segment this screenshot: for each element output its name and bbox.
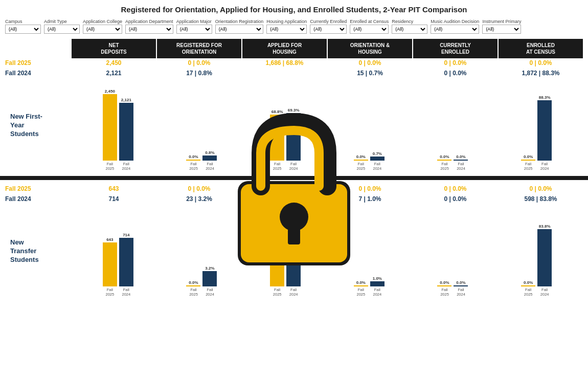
bar-label: Fall 2024 [119, 162, 133, 171]
data-cols-fall2025: 6430 | 0.0%0 | 0.0%0 | 0.0%0 | 0.0% [72, 184, 583, 193]
bar-wrap: 714 [119, 233, 133, 286]
bar-label-row: Fall 2025Fall 2024 [354, 287, 385, 297]
filter-label: Residency [392, 19, 427, 25]
filter-select[interactable]: (All) [44, 25, 80, 34]
bar-label-row: Fall 2025Fall 2024 [270, 287, 301, 297]
col-header: ORIENTATION &HOUSING [328, 39, 412, 58]
bar-group: 0.0%3.2% [186, 210, 217, 286]
data-cell: 0 | 0.0% [328, 184, 412, 193]
bar-value-top: 714 [123, 233, 129, 237]
filter-select[interactable]: (All) [350, 25, 389, 34]
bar-wrap: 3.2% [202, 266, 217, 286]
bar-value-top: 3.2% [205, 266, 214, 271]
filter-row: Campus(All)Admit Type(All)Application Co… [0, 17, 588, 36]
bar-value-top: 643 [106, 237, 113, 242]
bar-fall2024 [286, 113, 301, 161]
bar-label-row: Fall 2025Fall 2024 [521, 162, 552, 171]
col-header: APPLIED FORHOUSING [242, 39, 327, 58]
bar-wrap: 0.8% [202, 150, 217, 161]
bar-label: Fall 2025 [354, 162, 368, 171]
bar-wrap: 36.1% [286, 249, 301, 286]
bar-fall2024 [202, 271, 217, 286]
bar-label: Fall 2025 [437, 162, 451, 171]
filter-select[interactable]: (All) [266, 25, 307, 34]
bar-wrap: 0.0% [521, 154, 535, 161]
filter-select[interactable]: (All) [125, 25, 173, 34]
row-label-fall2024: Fall 2024 [5, 195, 72, 203]
bar-fall2025 [521, 285, 535, 286]
bar-value-top: 1.0% [373, 276, 382, 281]
filter-label: Application Major [176, 19, 212, 25]
filter-label: Application Department [125, 19, 173, 25]
bar-wrap: 1.0% [370, 276, 385, 286]
filter-select[interactable]: (All) [215, 25, 264, 34]
bar-wrap: 0.0% [437, 154, 451, 161]
filter-group: Admit Type(All) [44, 19, 80, 34]
bar-wrap: 69.3% [286, 108, 301, 161]
bar-label: Fall 2024 [370, 287, 385, 297]
filter-select[interactable]: (All) [392, 25, 427, 34]
bar-fall2025 [437, 285, 451, 286]
data-cell: 1,686 | 68.8% [242, 58, 327, 68]
bar-value-top: 2,450 [105, 89, 115, 94]
col-header: ENROLLEDAT CENSUS [499, 39, 583, 58]
data-cell: 0 | 0.0% [499, 184, 583, 193]
chart-cell: 0.0%0.0%Fall 2025Fall 2024 [412, 80, 494, 172]
bar-label: Fall 2024 [286, 287, 301, 297]
bar-group: 0.0%83.8% [521, 210, 552, 286]
filter-select[interactable]: (All) [310, 25, 347, 34]
filter-group: Music Audition Decision(All) [431, 19, 479, 34]
bar-label: Fall 2025 [103, 287, 117, 297]
data-cols-fall2025: 2,4500 | 0.0%1,686 | 68.8%0 | 0.0%0 | 0.… [72, 58, 583, 68]
bar-fall2025 [186, 285, 200, 286]
bar-label: Fall 2025 [270, 162, 284, 171]
col-header: REGISTERED FORORIENTATION [157, 39, 241, 58]
data-cols-fall2024: 2,12117 | 0.8%15 | 0.7%0 | 0.0%1,872 | 8… [72, 69, 583, 78]
row-label-fall2025: Fall 2025 [5, 59, 72, 66]
data-cell: 0 | 0.0% [157, 58, 241, 68]
bar-wrap: 83.8% [537, 224, 552, 286]
chart-cols: 2,4502,121Fall 2025Fall 20240.0%0.8%Fall… [77, 80, 578, 172]
bar-group: 68.8%69.3% [270, 84, 301, 161]
bar-value-top: 36.1% [288, 249, 300, 253]
bar-wrap: 0.0% [354, 154, 368, 161]
data-cell: 2,121 [72, 69, 156, 78]
chart-cell: 68.8%69.3%Fall 2025Fall 2024 [244, 80, 327, 172]
bar-value-top: 0.0% [440, 154, 449, 159]
bar-fall2024 [454, 285, 468, 286]
bar-fall2025 [521, 160, 535, 161]
bar-label-row: Fall 2025Fall 2024 [186, 287, 217, 297]
data-row-fall2024: Fall 202471423 | 3.2%7 | 1.0%0 | 0.0%598… [5, 194, 583, 204]
bar-value-top: 0.8% [205, 150, 214, 155]
bar-value-top: 0.0% [524, 154, 533, 159]
data-row-fall2024: Fall 20242,12117 | 0.8%15 | 0.7%0 | 0.0%… [5, 69, 583, 78]
bar-wrap: 0.0% [521, 280, 535, 286]
bar-label: Fall 2025 [103, 162, 117, 171]
chart-area: New First-YearStudents2,4502,121Fall 202… [10, 80, 578, 172]
bar-fall2025 [354, 285, 368, 286]
page-title: Registered for Orientation, Applied for … [0, 0, 588, 17]
filter-select[interactable]: (All) [482, 25, 521, 34]
bar-wrap: 0.7% [370, 151, 385, 161]
bar-wrap: 68.8% [270, 109, 284, 161]
data-cell: 0 | 0.0% [499, 58, 583, 68]
filter-select[interactable]: (All) [431, 25, 479, 34]
filter-select[interactable]: (All) [83, 25, 122, 34]
chart-row-label: New First-YearStudents [10, 80, 77, 172]
filter-group: Application Department(All) [125, 19, 173, 34]
data-cell: 0 | 0.0% [413, 184, 497, 193]
bar-wrap: 0.0% [354, 280, 368, 286]
bar-value-top: 0.7% [373, 151, 382, 156]
bar-label-row: Fall 2025Fall 2024 [354, 162, 385, 171]
filter-select[interactable]: (All) [5, 25, 41, 34]
bar-group: 643714 [103, 210, 133, 286]
bar-fall2025 [270, 248, 284, 286]
bar-wrap: 0.0% [454, 154, 468, 161]
bar-fall2025 [103, 242, 117, 286]
data-cell: 2,450 [72, 58, 156, 68]
filter-group: Currently Enrolled(All) [310, 19, 347, 34]
bar-label-row: Fall 2025Fall 2024 [103, 287, 133, 297]
bar-label: Fall 2025 [354, 287, 368, 297]
filter-select[interactable]: (All) [176, 25, 212, 34]
bar-group: 42.1%36.1% [270, 210, 301, 286]
